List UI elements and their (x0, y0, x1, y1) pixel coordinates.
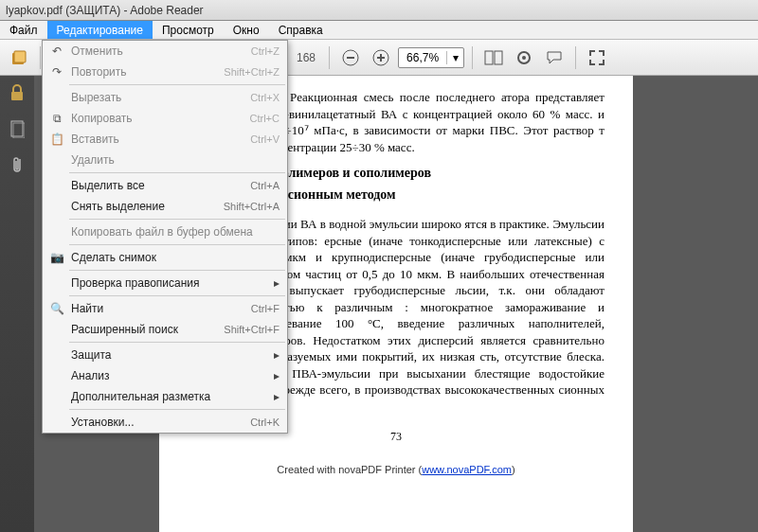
menu-paste[interactable]: 📋ВставитьCtrl+V (43, 129, 287, 150)
menu-prefs[interactable]: Установки...Ctrl+K (43, 412, 287, 433)
pages-icon (9, 119, 25, 138)
menu-analysis[interactable]: Анализ▸ (43, 365, 287, 386)
menu-spelling[interactable]: Проверка правописания▸ (43, 273, 287, 293)
plus-icon (372, 49, 389, 66)
zoom-out-button[interactable] (337, 44, 364, 71)
toolbar-separator (575, 46, 576, 69)
submenu-arrow-icon: ▸ (268, 276, 280, 290)
menu-edit[interactable]: Редактирование (47, 21, 153, 39)
menu-protect[interactable]: Защита▸ (43, 345, 287, 365)
submenu-arrow-icon: ▸ (268, 369, 280, 382)
undo-icon: ↶ (46, 44, 67, 58)
menu-undo[interactable]: ↶ОтменитьCtrl+Z (43, 41, 287, 62)
minus-icon (342, 49, 359, 66)
page-total: 168 (291, 51, 321, 64)
menu-copy[interactable]: ⧉КопироватьCtrl+C (43, 108, 287, 129)
edit-menu-dropdown: ↶ОтменитьCtrl+Z ↷ПовторитьShift+Ctrl+Z В… (42, 40, 288, 434)
copy-icon: ⧉ (46, 112, 67, 125)
footer-link[interactable]: www.novaPDF.com (422, 464, 512, 475)
comment-icon (546, 49, 563, 66)
submenu-arrow-icon: ▸ (268, 390, 280, 403)
sidebar-attachments[interactable] (4, 151, 30, 178)
export-pdf-button[interactable] (6, 44, 32, 71)
zoom-value: 66,7% (399, 51, 446, 64)
menu-redo[interactable]: ↷ПовторитьShift+Ctrl+Z (43, 62, 287, 82)
comment-button[interactable] (541, 44, 568, 71)
svg-rect-11 (11, 92, 23, 100)
menu-advanced-find[interactable]: Расширенный поискShift+Ctrl+F (43, 319, 287, 340)
gear-icon (515, 49, 532, 66)
menu-bar: Файл Редактирование Просмотр Окно Справк… (0, 21, 758, 40)
window-title: lyapkov.pdf (ЗАЩИТА) - Adobe Reader (6, 4, 204, 17)
toolbar-separator (329, 46, 330, 69)
menu-file[interactable]: Файл (0, 21, 47, 39)
sidebar (0, 76, 34, 532)
expand-icon (588, 49, 605, 66)
book-icon (484, 50, 503, 65)
paste-icon: 📋 (46, 133, 67, 146)
export-pdf-icon (9, 48, 28, 67)
menu-copy-file[interactable]: Копировать файл в буфер обмена (43, 222, 287, 242)
svg-rect-1 (14, 51, 26, 62)
sidebar-security[interactable] (4, 80, 30, 106)
menu-cut[interactable]: ВырезатьCtrl+X (43, 87, 287, 108)
zoom-in-button[interactable] (368, 44, 394, 71)
search-icon: 🔍 (46, 302, 67, 315)
svg-rect-7 (485, 51, 493, 64)
camera-icon: 📷 (46, 251, 67, 264)
svg-rect-8 (495, 51, 502, 64)
menu-help[interactable]: Справка (269, 21, 333, 39)
menu-accessibility[interactable]: Дополнительная разметка▸ (43, 386, 287, 407)
paperclip-icon (9, 155, 25, 174)
lock-icon (9, 83, 26, 102)
svg-point-10 (522, 56, 526, 60)
title-bar: lyapkov.pdf (ЗАЩИТА) - Adobe Reader (0, 0, 758, 21)
redo-icon: ↷ (46, 65, 67, 79)
menu-delete[interactable]: Удалить (43, 150, 287, 170)
tools-button[interactable] (511, 44, 537, 71)
page-footer: Created with novaPDF Printer (www.novaPD… (188, 463, 605, 477)
zoom-combo[interactable]: 66,7% ▾ (398, 47, 464, 68)
sidebar-thumbnails[interactable] (4, 115, 30, 142)
submenu-arrow-icon: ▸ (268, 348, 280, 362)
toolbar-separator (472, 46, 473, 69)
read-mode-button[interactable] (480, 44, 507, 71)
menu-deselect[interactable]: Снять выделениеShift+Ctrl+A (43, 196, 287, 217)
menu-view[interactable]: Просмотр (153, 21, 224, 39)
menu-find[interactable]: 🔍НайтиCtrl+F (43, 298, 287, 319)
fullscreen-button[interactable] (584, 44, 610, 71)
menu-select-all[interactable]: Выделить всеCtrl+A (43, 175, 287, 196)
toolbar-separator (40, 46, 41, 69)
menu-window[interactable]: Окно (224, 21, 269, 39)
chevron-down-icon[interactable]: ▾ (446, 51, 463, 64)
menu-snapshot[interactable]: 📷Сделать снимок (43, 247, 287, 268)
